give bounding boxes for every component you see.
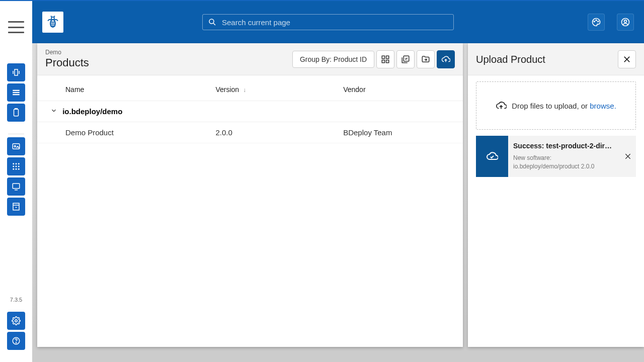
breadcrumb[interactable]: Demo (45, 49, 89, 56)
cell-vendor: BDeploy Team (335, 122, 463, 143)
app-version: 7.3.5 (10, 297, 22, 303)
svg-point-8 (16, 163, 17, 164)
svg-point-20 (16, 342, 16, 343)
svg-rect-0 (15, 69, 18, 75)
search-field[interactable] (221, 18, 448, 27)
col-vendor[interactable]: Vendor (335, 75, 463, 101)
col-version[interactable]: Version ↓ (207, 75, 335, 101)
settings-button[interactable] (7, 312, 25, 330)
search-input[interactable] (202, 14, 454, 30)
svg-point-6 (14, 146, 16, 147)
svg-point-25 (596, 20, 597, 21)
cloud-done-icon (486, 150, 498, 162)
cloud-upload-icon (496, 100, 507, 111)
svg-point-9 (18, 163, 20, 164)
svg-point-14 (16, 168, 17, 170)
col-version-label: Version (215, 85, 239, 94)
cloud-upload-icon (441, 55, 450, 64)
palette-icon (591, 17, 601, 27)
svg-point-18 (15, 320, 18, 322)
rail-btn-5[interactable] (7, 157, 25, 175)
group-row[interactable]: io.bdeploy/demo (37, 101, 463, 122)
svg-rect-1 (13, 90, 20, 91)
grid-icon (381, 55, 390, 64)
svg-point-7 (13, 163, 14, 164)
svg-point-28 (624, 20, 627, 23)
svg-point-26 (598, 21, 599, 22)
svg-rect-30 (386, 56, 389, 58)
svg-rect-29 (382, 56, 384, 58)
svg-point-23 (209, 19, 214, 24)
svg-point-13 (13, 168, 14, 170)
close-icon (622, 55, 631, 64)
help-button[interactable] (7, 332, 25, 350)
svg-rect-2 (13, 92, 20, 93)
svg-point-11 (16, 166, 17, 167)
import-button[interactable] (417, 50, 435, 68)
svg-point-12 (18, 166, 20, 167)
cell-name: Demo Product (37, 122, 207, 143)
svg-rect-31 (382, 60, 384, 62)
upload-result-card: Success: test-product-2-dire… New softwa… (476, 136, 636, 177)
help-icon (12, 336, 21, 345)
svg-point-24 (594, 21, 595, 22)
col-name[interactable]: Name (37, 75, 207, 101)
bee-icon (45, 15, 60, 30)
rail-btn-3[interactable] (7, 104, 25, 122)
rail-btn-4[interactable] (7, 137, 25, 155)
gear-icon (12, 316, 21, 325)
chevron-down-icon (50, 107, 60, 114)
app-logo (42, 12, 63, 33)
group-id: io.bdeploy/demo (62, 107, 122, 116)
folder-import-icon (421, 55, 430, 64)
svg-rect-17 (13, 203, 19, 210)
account-button[interactable] (617, 14, 634, 31)
rail-btn-6[interactable] (7, 177, 25, 196)
upload-panel-title: Upload Product (476, 53, 545, 65)
svg-rect-3 (13, 94, 20, 95)
svg-rect-4 (14, 109, 19, 116)
rail-btn-2[interactable] (7, 83, 25, 102)
account-icon (620, 17, 630, 27)
upload-item-subtitle: New software: io.bdeploy/demo/product 2.… (513, 154, 615, 171)
svg-point-15 (18, 168, 20, 170)
rail-divider (8, 134, 24, 134)
dropzone[interactable]: Drop files to upload, or browse. (476, 81, 636, 130)
cell-version: 2.0.0 (207, 122, 335, 143)
svg-rect-16 (13, 184, 20, 189)
bulk-button[interactable] (396, 50, 415, 68)
menu-toggle[interactable] (8, 21, 24, 33)
browse-link[interactable]: browse. (590, 102, 616, 110)
rail-btn-7[interactable] (7, 198, 25, 216)
group-by-button[interactable]: Group By: Product ID (292, 51, 374, 68)
card-view-button[interactable] (376, 50, 394, 68)
search-icon (208, 18, 217, 27)
drop-text: Drop files to upload, or (512, 102, 590, 110)
upload-button[interactable] (437, 50, 455, 68)
table-row[interactable]: Demo Product 2.0.0 BDeploy Team (37, 122, 463, 143)
library-check-icon (401, 55, 410, 64)
upload-item-title: Success: test-product-2-dire… (513, 142, 615, 150)
rail-btn-1[interactable] (7, 63, 25, 81)
dismiss-upload-button[interactable] (620, 136, 636, 177)
svg-rect-32 (386, 60, 389, 62)
sort-desc-icon: ↓ (243, 86, 246, 94)
upload-status-icon (476, 136, 508, 177)
page-title: Products (45, 56, 89, 69)
close-panel-button[interactable] (618, 50, 636, 68)
svg-point-22 (51, 17, 54, 20)
theme-button[interactable] (588, 14, 605, 31)
close-icon (624, 152, 632, 160)
svg-point-10 (13, 166, 14, 167)
